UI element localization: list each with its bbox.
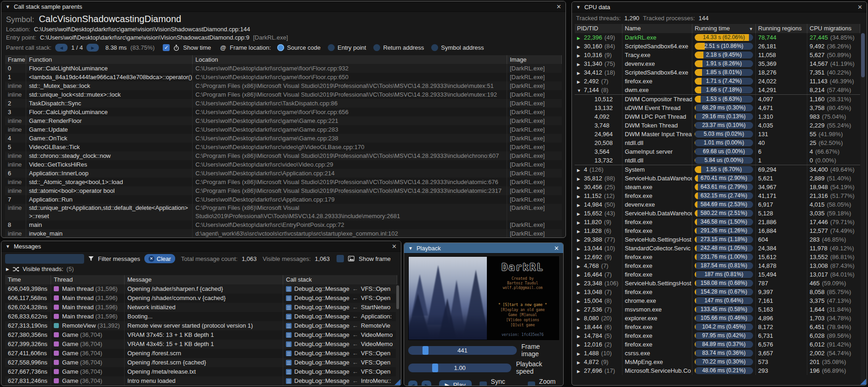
speed-slider-handle[interactable] [432, 364, 438, 372]
cpu-process-row[interactable]: ▶11,828(6) firefox.exe 291.26 ms (1.26%)… [575, 226, 860, 235]
resize-grip[interactable] [394, 379, 400, 385]
cpu-process-row[interactable]: ▶15,004(8) chrome.exe 147 ms (0.64%) 7,1… [575, 296, 860, 305]
cpu-process-row[interactable]: 4,092 DWM LPC Port Thread 29.16 ms (0.13… [575, 112, 860, 121]
expander-icon[interactable]: ▶ [577, 34, 584, 42]
callstack-row[interactable]: 0 Floor::CalcLightNoLuminance C:\Users\w… [5, 64, 562, 73]
message-row[interactable]: 627,313,190ns RemoteView (31,392) Remote… [5, 321, 397, 330]
expander-icon[interactable]: ▶ [577, 367, 584, 375]
playback-speed-slider[interactable]: 1.00 [408, 364, 511, 372]
radio-icon[interactable] [328, 44, 335, 51]
message-row[interactable]: 627,831,246ns Game (36,704) Intro menu l… [5, 376, 397, 386]
cpu-process-row[interactable]: ▶27,536(7) msvsmon.exe 133.45 ms (0.58%)… [575, 305, 860, 314]
close-icon[interactable]: ✕ [392, 243, 397, 250]
cpu-process-row[interactable]: ▶12,016(2) firefox.exe 84.89 ms (0.37%) … [575, 340, 860, 349]
cpu-process-row[interactable]: ▶15,652(43) ServiceHub.DataWarehou 580.2… [575, 209, 860, 218]
cpu-process-row[interactable]: 20,508 ntdll.dll 1.01 ms (0.00%) 40 25(6… [575, 139, 860, 147]
frame-image-slider[interactable]: 441 [408, 346, 517, 355]
filter-input[interactable] [5, 254, 84, 264]
zoom-2x-checkbox[interactable] [528, 381, 535, 386]
expander-icon[interactable]: ▶ [577, 245, 584, 253]
col-time[interactable]: Time [5, 275, 51, 284]
callstack-row[interactable]: 7 Application::Run C:\Users\wolf\Desktop… [5, 195, 562, 204]
cpu-scrollbar[interactable] [861, 33, 865, 383]
step-back-button[interactable]: ◀ [408, 381, 417, 386]
cpu-process-row[interactable]: 3,748 DWM Token Thread 23.37 ms (0.10%) … [575, 121, 860, 130]
callstack-row[interactable]: inline std::unique_lock<std::mutex>::loc… [5, 90, 562, 99]
expander-icon[interactable]: ▶ [577, 297, 584, 305]
close-icon[interactable]: ✕ [554, 245, 559, 252]
cpu-process-row[interactable]: ▶27,696(17) Microsoft.ServiceHub.Co 48.0… [575, 366, 860, 375]
expander-icon[interactable]: ▶ [577, 280, 584, 288]
message-callstack[interactable]: DebugLog::Message ← VFS::Open [283, 367, 397, 376]
cpu-process-row[interactable]: ▶35,812(88) ServiceHub.DataWarehou 670.4… [575, 174, 860, 183]
expander-icon[interactable]: ▶ [577, 219, 584, 226]
play-button[interactable]: ▶ Play [439, 380, 472, 386]
col-frame[interactable]: Frame [5, 55, 26, 64]
collapse-caret-icon[interactable]: ▼ [408, 246, 413, 251]
expander-icon[interactable]: ▶ [577, 166, 584, 174]
cpu-process-row[interactable]: ▶30,160(84) ScriptedSandbox64.exe 2.51 s… [575, 42, 860, 51]
col-running-time[interactable]: ▼ Running time [692, 24, 756, 33]
show-time-checkbox[interactable]: ✓ [163, 44, 170, 51]
cpu-process-row[interactable]: ▶30,456(25) steam.exe 643.61 ms (2.79%) … [575, 183, 860, 191]
cpu-process-row[interactable]: ▶12,692(9) firefox.exe 231.76 ms (1.00%)… [575, 253, 860, 261]
callstack-row[interactable]: 8 main C:\Users\wolf\Desktop\darkrl\src\… [5, 220, 562, 229]
cpu-process-row[interactable]: ▶16,464(7) firefox.exe 187 ms (0.81%) 15… [575, 270, 860, 279]
cpu-process-row[interactable]: ▶4(126) System 1.55 s (6.70%) 69,294 34,… [575, 165, 860, 174]
callstack-row[interactable]: inline std::atomic<bool>::operator bool … [5, 186, 562, 195]
cpu-process-row[interactable]: ▶29,388(77) ServiceHub.SettingsHost 273.… [575, 235, 860, 244]
callstack-row[interactable]: inline std::chrono::steady_clock::now C:… [5, 151, 562, 160]
cpu-process-row[interactable]: ▶22,396(49) DarkRL.exe 14.33 s (62.06%) … [575, 33, 860, 42]
collapse-caret-icon[interactable]: ▼ [576, 5, 581, 10]
frame-location-radio[interactable]: Symbol address [431, 44, 484, 51]
expander-icon[interactable]: ▼ [577, 87, 584, 94]
expander-icon[interactable]: ▶ [577, 323, 584, 331]
cpu-process-row[interactable]: ▶4,768(7) firefox.exe 187.54 ms (0.81%) … [575, 261, 860, 270]
message-callstack[interactable]: DebugLog::Message ← IntroMenu:: [283, 376, 397, 386]
expander-icon[interactable]: ▶ [577, 236, 584, 244]
col-running-regions[interactable]: Running regions [756, 24, 807, 33]
callstack-row[interactable]: 1 <lambda_84a19dc444fae966ca174e83e708bd… [5, 73, 562, 81]
expander-icon[interactable]: ▶ [577, 315, 584, 323]
prev-callstack-button[interactable]: ◀ [55, 44, 68, 52]
resize-grip[interactable] [860, 379, 866, 385]
message-row[interactable]: 627,380,356ns Game (36,704) VRAM 37x45: … [5, 330, 397, 340]
messages-titlebar[interactable]: ▼ Messages ✕ [1, 241, 401, 252]
cpu-process-row[interactable]: ▶10,316(9) Tracy.exe 2.18 s (9.45%) 11,0… [575, 51, 860, 59]
callstack-row[interactable]: inline invoke_main d:\agent\_work\63\s\s… [5, 229, 562, 238]
col-pid-tid[interactable]: PID/TID [575, 24, 622, 33]
message-row[interactable]: 627,399,326ns Game (36,704) VRAM 43x45: … [5, 340, 397, 349]
frame-location-radio[interactable]: Entry point [328, 44, 366, 51]
callstack-row[interactable]: inline Game::RenderFloor C:\Users\wolf\D… [5, 116, 562, 125]
col-image[interactable]: Image [507, 55, 562, 64]
messages-scrollbar[interactable] [396, 285, 400, 383]
frame-slider-handle[interactable] [423, 346, 428, 355]
callstack-row[interactable]: inline std::_Atomic_storage<bool,1>::loa… [5, 178, 562, 186]
expander-icon[interactable]: ▶ [577, 60, 584, 68]
expander-icon[interactable]: ▶ [577, 69, 584, 77]
message-callstack[interactable]: DebugLog::Message ← Application: [283, 312, 397, 321]
cpu-process-row[interactable]: ▼7,144(8) dwm.exe 1.66 s (7.18%) 14,291 … [575, 86, 860, 94]
cpu-process-row[interactable]: ▶23,348(106) ServiceHub.SettingsHost 158… [575, 279, 860, 288]
callstack-row[interactable]: 3 Floor::CalcLightNoLuminance C:\Users\w… [5, 108, 562, 116]
message-callstack[interactable]: DebugLog::Message ← VFS::Open [283, 284, 397, 294]
cpu-process-row[interactable]: ▶11,152(12) firefox.exe 632.15 ms (2.74%… [575, 191, 860, 200]
callstack-row[interactable]: inline Game::Update C:\Users\wolf\Deskto… [5, 125, 562, 134]
next-callstack-button[interactable]: ▶ [86, 44, 99, 52]
message-row[interactable]: 627,558,996ns Game (36,704) Opening /for… [5, 358, 397, 367]
radio-icon[interactable] [431, 44, 438, 51]
cpu-process-row[interactable]: ▶11,820(9) firefox.exe 346.58 ms (1.50%)… [575, 218, 860, 226]
expander-icon[interactable]: ▶ [577, 350, 584, 358]
cpu-process-row[interactable]: ▶14,784(5) firefox.exe 97.95 ms (0.42%) … [575, 331, 860, 340]
expander-icon[interactable]: ▶ [577, 227, 584, 235]
expander-icon[interactable]: ▶ [577, 254, 584, 261]
cpu-process-row[interactable]: ▶8,080(20) explorer.exe 105.66 ms (0.46%… [575, 314, 860, 323]
message-row[interactable]: 606,049,398ns Main thread (31,596) Openi… [5, 284, 397, 294]
frame-location-radio[interactable]: Source code [277, 44, 320, 51]
expander-icon[interactable]: ▶ [577, 358, 584, 366]
message-row[interactable]: 606,117,568ns Main thread (31,596) Openi… [5, 294, 397, 303]
callstack-row[interactable]: 5 VideoGLBase::Tick C:\Users\wolf\Deskto… [5, 143, 562, 151]
expander-icon[interactable]: ▶ [577, 262, 584, 270]
cpu-process-row[interactable]: ▶4,872(9) MsMpEng.exe 70.22 ms (0.30%) 5… [575, 358, 860, 366]
cpu-process-row[interactable]: ▶13,044(10) StandardCollector.Servic 242… [575, 244, 860, 253]
